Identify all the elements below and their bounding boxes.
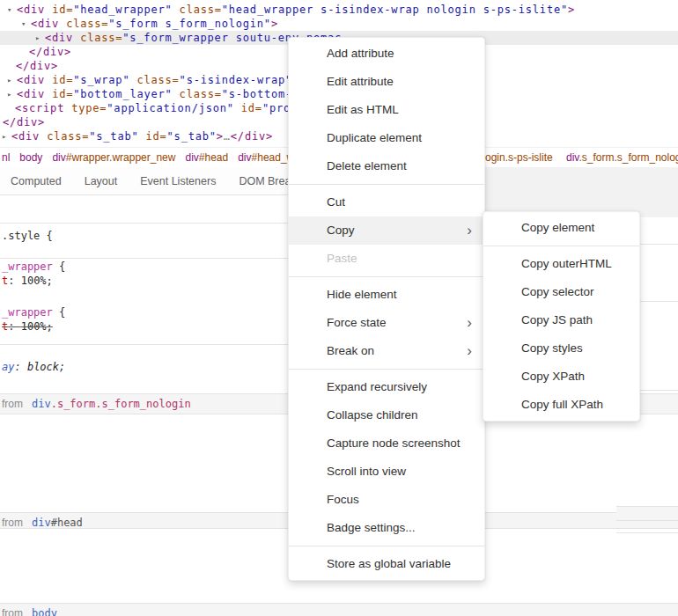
menu-separator — [289, 184, 484, 185]
css-rule2-property[interactable]: t: 100%; — [2, 320, 53, 333]
menu-item-label: Copy outerHTML — [521, 257, 612, 270]
menu-item-cut[interactable]: Cut — [289, 188, 484, 216]
menu-item-collapse-children[interactable]: Collapse children — [289, 401, 484, 429]
breadcrumb-item-html[interactable]: nl — [2, 151, 10, 164]
menu-item-force-state[interactable]: Force state› — [289, 309, 484, 337]
code-segment: "s_tab" — [89, 130, 138, 143]
code-segment: id= — [138, 130, 166, 143]
code-segment: div — [566, 151, 579, 164]
dom-tree-row[interactable]: ▾<div class="s_form s_form_nologin"> — [0, 17, 678, 31]
inherited-from-section — [616, 506, 678, 521]
menu-item-copy-xpath[interactable]: Copy XPath — [483, 363, 639, 391]
menu-separator — [289, 546, 484, 546]
menu-item-expand-recursively[interactable]: Expand recursively — [289, 373, 484, 401]
code-segment: > — [217, 130, 224, 143]
menu-item-copy-styles[interactable]: Copy styles — [483, 334, 639, 363]
expand-arrow-icon[interactable]: ▸ — [7, 73, 11, 87]
inherited-from-label: from — [2, 398, 23, 410]
dom-tree-node-text: </div> — [29, 45, 71, 59]
devtools-window: ▾<div id="head_wrapper" class="head_wrap… — [0, 0, 678, 616]
menu-item-label: Copy element — [521, 221, 594, 234]
dom-tree-node-text: </div> — [3, 115, 45, 129]
menu-item-copy-js-path[interactable]: Copy JS path — [483, 306, 639, 334]
tab-computed[interactable]: Computed — [11, 175, 62, 187]
node-link[interactable]: div.s_form.s_form_nologin — [32, 398, 191, 410]
menu-item-label: Scroll into view — [327, 465, 406, 478]
menu-item-focus[interactable]: Focus — [289, 486, 484, 514]
menu-item-badge-settings[interactable]: Badge settings... — [289, 514, 484, 542]
code-segment: .style — [2, 230, 40, 242]
menu-item-edit-as-html[interactable]: Edit as HTML — [289, 96, 484, 124]
menu-item-capture-node-screenshot[interactable]: Capture node screenshot — [289, 429, 484, 458]
inherited-from-section: frombody — [0, 603, 678, 616]
code-segment: <div — [31, 18, 59, 30]
copy-submenu: Copy elementCopy outerHTMLCopy selectorC… — [483, 211, 640, 422]
menu-item-label: Break on — [327, 344, 374, 357]
breadcrumb-item-div-head[interactable]: div#head — [185, 151, 228, 164]
submenu-arrow-icon: › — [467, 216, 472, 244]
breadcrumb-item-body[interactable]: body — [19, 151, 42, 164]
code-segment: : — [8, 275, 20, 287]
menu-item-store-as-global-variable[interactable]: Store as global variable — [289, 550, 484, 578]
menu-item-label: Copy JS path — [521, 313, 593, 326]
menu-item-copy-outerhtml[interactable]: Copy outerHTML — [483, 250, 639, 278]
menu-item-label: Capture node screenshot — [327, 436, 461, 450]
code-segment: _wrapper — [2, 260, 53, 273]
expand-arrow-icon[interactable]: ▸ — [35, 31, 40, 45]
node-link[interactable]: body — [32, 607, 57, 616]
code-segment: #head — [51, 517, 83, 529]
code-segment: > — [568, 4, 575, 16]
code-segment: class= — [173, 4, 222, 16]
expand-arrow-icon[interactable]: ▸ — [2, 129, 6, 143]
menu-item-label: Cut — [327, 195, 345, 209]
code-segment: </div> — [3, 116, 45, 128]
tab-layout[interactable]: Layout — [85, 175, 118, 187]
menu-item-edit-attribute[interactable]: Edit attribute — [289, 68, 484, 96]
menu-item-break-on[interactable]: Break on› — [289, 337, 484, 365]
css-element-style[interactable]: .style { — [2, 230, 53, 242]
expand-arrow-icon[interactable]: ▸ — [7, 87, 11, 101]
css-rule1-property[interactable]: t: 100%; — [2, 275, 53, 287]
submenu-arrow-icon: › — [467, 309, 472, 336]
menu-item-hide-element[interactable]: Hide element — [289, 281, 484, 309]
menu-item-paste[interactable]: Paste — [289, 245, 484, 273]
menu-item-label: Copy — [327, 224, 355, 237]
code-segment: _wrapper — [2, 306, 53, 319]
menu-item-duplicate-element[interactable]: Duplicate element — [289, 124, 484, 152]
css-rule1-selector[interactable]: _wrapper { — [2, 260, 65, 273]
code-segment: "head_wrapper s-isindex-wrap nologin s-p… — [222, 4, 568, 16]
code-segment: nl — [2, 151, 10, 164]
menu-item-add-attribute[interactable]: Add attribute — [289, 40, 484, 68]
dom-tree-row[interactable]: ▾<div id="head_wrapper" class="head_wrap… — [0, 3, 678, 17]
breadcrumb-item-div-s-form[interactable]: div.s_form.s_form_nolog — [566, 148, 678, 167]
tab-event-listeners[interactable]: Event Listeners — [140, 175, 216, 187]
collapse-arrow-icon[interactable]: ▾ — [7, 3, 11, 17]
code-segment: </div> — [231, 130, 273, 143]
menu-item-delete-element[interactable]: Delete element — [289, 152, 484, 180]
menu-item-label: Hide element — [327, 288, 397, 301]
menu-item-copy-element[interactable]: Copy element — [483, 214, 639, 242]
menu-item-copy-full-xpath[interactable]: Copy full XPath — [483, 391, 639, 419]
menu-item-label: Store as global variable — [327, 557, 451, 570]
menu-item-label: Copy XPath — [521, 370, 585, 383]
code-segment: class= — [173, 88, 222, 100]
code-segment: ; — [59, 361, 65, 373]
menu-separator — [289, 276, 484, 277]
dom-tree-node-text: <div class="s_tab" id="s_tab">…</div> — [11, 129, 273, 143]
code-segment: … — [224, 130, 231, 143]
code-segment: div — [32, 398, 51, 410]
code-segment: 100% — [21, 320, 47, 333]
breadcrumb-item-div-wrapper[interactable]: div#wrapper.wrapper_new — [52, 151, 175, 164]
menu-item-copy-selector[interactable]: Copy selector — [483, 278, 639, 306]
css-inherited-property[interactable]: ay: block; — [2, 361, 65, 373]
rule-separator — [616, 532, 678, 533]
collapse-arrow-icon[interactable]: ▾ — [21, 17, 26, 31]
node-link[interactable]: div#head — [32, 517, 83, 529]
menu-item-scroll-into-view[interactable]: Scroll into view — [289, 458, 484, 486]
code-segment: id= — [45, 74, 73, 86]
breadcrumb-item-head-wrapper-tail[interactable]: ogin.s-ps-islite — [485, 148, 553, 167]
css-rule2-selector[interactable]: _wrapper { — [2, 306, 65, 319]
menu-item-copy[interactable]: Copy› — [289, 216, 484, 245]
menu-separator — [289, 369, 484, 370]
code-segment: <script — [15, 102, 64, 114]
